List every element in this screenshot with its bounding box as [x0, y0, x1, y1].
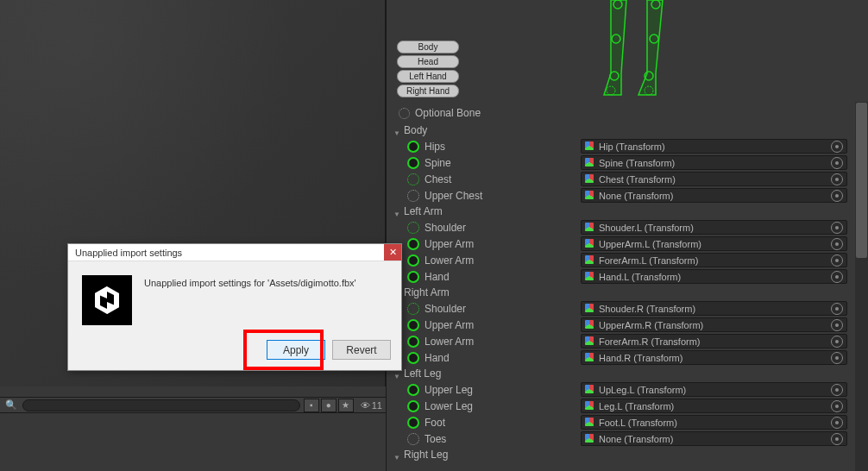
object-picker-icon[interactable] [831, 417, 843, 429]
search-icon: 🔍 [5, 399, 17, 411]
transform-field[interactable]: UpLeg.L (Transform) [581, 382, 847, 397]
section-body[interactable]: Body [387, 122, 868, 138]
transform-field[interactable]: UpperArm.R (Transform) [581, 317, 847, 332]
transform-field[interactable]: ForerArm.L (Transform) [581, 253, 847, 267]
transform-field[interactable]: ForerArm.R (Transform) [581, 334, 847, 349]
transform-icon [585, 418, 595, 428]
bone-indicator-icon [407, 319, 419, 331]
object-picker-icon[interactable] [831, 141, 843, 153]
filter-icon-3[interactable]: ★ [338, 399, 354, 412]
object-picker-icon[interactable] [831, 433, 843, 445]
object-picker-icon[interactable] [831, 238, 843, 250]
transform-field[interactable]: Leg.L (Transform) [581, 399, 847, 413]
object-picker-icon[interactable] [831, 271, 843, 283]
bone-indicator-icon [407, 303, 419, 315]
transform-field[interactable]: Hand.L (Transform) [581, 269, 847, 284]
transform-icon [585, 191, 595, 201]
object-picker-icon[interactable] [831, 222, 843, 234]
transform-field[interactable]: Shouder.L (Transform) [581, 220, 847, 235]
body-part-selector: Body Head Left Hand Right Hand [397, 41, 459, 97]
section-leftleg[interactable]: Left Leg [387, 366, 868, 381]
transform-icon [585, 353, 595, 363]
section-rightleg[interactable]: Right Leg [387, 447, 868, 462]
bone-indicator-icon [407, 157, 419, 169]
object-picker-icon[interactable] [831, 400, 843, 412]
bone-indicator-icon [407, 254, 419, 267]
scrollbar-thumb[interactable] [856, 103, 867, 258]
bone-indicator-icon [407, 433, 419, 445]
dialog-title: Unapplied import settings [75, 248, 182, 258]
transform-field[interactable]: Spine (Transform) [581, 155, 847, 170]
search-input[interactable] [22, 399, 300, 411]
bone-indicator-icon [407, 352, 419, 364]
bone-row: Lower Leg Leg.L (Transform) [387, 398, 868, 414]
transform-icon [585, 304, 595, 314]
transform-icon [585, 272, 595, 282]
object-picker-icon[interactable] [831, 254, 843, 267]
section-leftarm[interactable]: Left Arm [387, 204, 868, 219]
object-picker-icon[interactable] [831, 157, 843, 169]
foldout-icon [393, 207, 402, 216]
object-picker-icon[interactable] [831, 384, 843, 396]
body-button[interactable]: Body [397, 41, 459, 53]
project-toolbar: 🔍 ▪ ● ★ 👁 11 [0, 397, 386, 412]
bone-row: Hand Hand.L (Transform) [387, 268, 868, 285]
object-picker-icon[interactable] [831, 352, 843, 364]
apply-button[interactable]: Apply [267, 340, 325, 360]
transform-icon [585, 158, 595, 168]
righthand-button[interactable]: Right Hand [397, 85, 459, 97]
filter-icon-1[interactable]: ▪ [304, 399, 319, 412]
object-picker-icon[interactable] [831, 319, 843, 331]
bone-indicator-icon [407, 173, 419, 185]
head-button[interactable]: Head [397, 55, 459, 68]
transform-field[interactable]: UpperArm.L (Transform) [581, 236, 847, 251]
transform-icon [585, 434, 595, 444]
close-icon[interactable]: ✕ [384, 244, 401, 261]
bone-row: Shoulder Shouder.R (Transform) [387, 300, 868, 317]
transform-icon [585, 385, 595, 395]
unity-logo-icon [82, 275, 132, 325]
bone-indicator-icon [407, 238, 419, 250]
bone-indicator-icon [407, 384, 419, 396]
bone-row-spine: Spine Spine (Transform) [387, 154, 868, 171]
bone-list: Body Hips Hip (Transform) Spine Spine (T… [387, 122, 868, 462]
bone-indicator-icon [407, 222, 419, 234]
bone-row: Upper Arm UpperArm.L (Transform) [387, 236, 868, 252]
avatar-legs-diagram [585, 0, 689, 104]
bone-indicator-icon [407, 190, 419, 202]
dialog-titlebar[interactable]: Unapplied import settings ✕ [68, 244, 401, 261]
bone-row: Lower Arm ForerArm.R (Transform) [387, 333, 868, 349]
transform-field[interactable]: Chest (Transform) [581, 172, 847, 186]
bone-row-hips: Hips Hip (Transform) [387, 138, 868, 154]
lefthand-button[interactable]: Left Hand [397, 70, 459, 83]
object-picker-icon[interactable] [831, 303, 843, 315]
bone-indicator-icon [407, 400, 419, 412]
bone-row: Toes None (Transform) [387, 430, 868, 447]
bone-row-upperchest: Upper Chest None (Transform) [387, 187, 868, 204]
transform-field[interactable]: None (Transform) [581, 431, 847, 446]
object-picker-icon[interactable] [831, 173, 843, 185]
transform-field[interactable]: Hand.R (Transform) [581, 350, 847, 365]
transform-field[interactable]: Shouder.R (Transform) [581, 301, 847, 316]
bone-indicator-icon [407, 336, 419, 348]
dotted-circle-icon [399, 108, 410, 119]
transform-icon [585, 223, 595, 233]
filter-icon-2[interactable]: ● [321, 399, 337, 412]
transform-icon [585, 239, 595, 249]
transform-icon [585, 141, 595, 152]
transform-field[interactable]: Foot.L (Transform) [581, 415, 847, 430]
foldout-icon [393, 126, 402, 135]
bone-row: Upper Arm UpperArm.R (Transform) [387, 317, 868, 333]
section-rightarm[interactable]: Right Arm [387, 285, 868, 300]
unapplied-settings-dialog: Unapplied import settings ✕ Unapplied im… [67, 243, 402, 371]
bone-indicator-icon [407, 141, 419, 153]
object-picker-icon[interactable] [831, 336, 843, 348]
transform-field[interactable]: None (Transform) [581, 188, 847, 203]
revert-button[interactable]: Revert [332, 340, 391, 360]
inspector-scrollbar[interactable] [855, 102, 868, 471]
bone-row: Upper Leg UpLeg.L (Transform) [387, 381, 868, 398]
transform-field[interactable]: Hip (Transform) [581, 139, 847, 154]
object-picker-icon[interactable] [831, 190, 843, 202]
bone-row: Hand Hand.R (Transform) [387, 349, 868, 366]
bone-indicator-icon [407, 417, 419, 429]
